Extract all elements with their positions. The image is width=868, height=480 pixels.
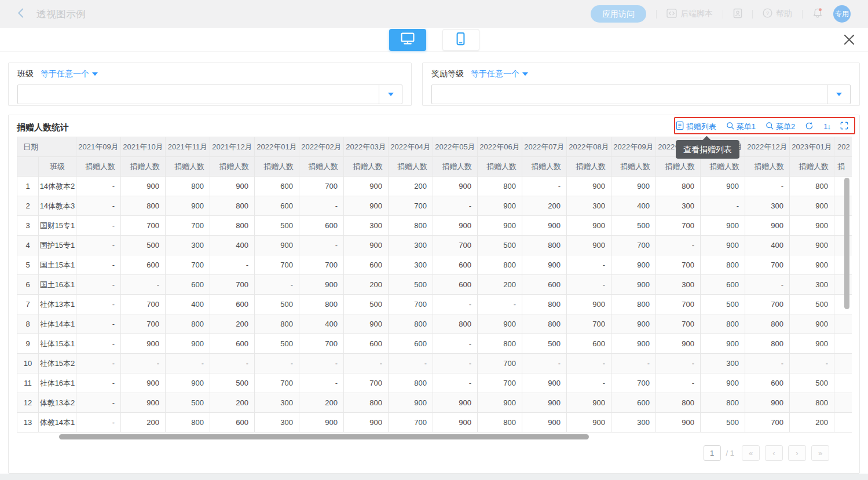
value-cell: 700 (255, 255, 299, 275)
value-cell: 900 (389, 393, 433, 413)
value-cell: - (210, 255, 255, 275)
menu2-button[interactable]: 菜单2 (766, 122, 795, 132)
value-cell: 700 (121, 295, 166, 314)
value-cell: - (522, 354, 567, 373)
value-cell: - (745, 275, 790, 295)
value-cell: 700 (344, 373, 389, 393)
value-cell: - (389, 354, 433, 373)
question-circle-icon: ? (763, 8, 772, 20)
value-cell: 600 (210, 413, 255, 433)
value-cell-partial (834, 373, 852, 393)
value-cell: 700 (745, 255, 790, 275)
value-cell: 900 (745, 393, 790, 413)
value-cell: 900 (121, 177, 166, 196)
value-cell: 800 (389, 216, 433, 236)
fullscreen-button[interactable] (840, 122, 848, 131)
filter-operator-link[interactable]: 等于任意一个 (471, 69, 528, 79)
value-cell: 700 (389, 413, 433, 433)
value-cell: 900 (210, 177, 255, 196)
filter-operator-label: 等于任意一个 (471, 69, 519, 79)
date-header: 日期 (17, 137, 76, 157)
value-cell: 900 (255, 236, 299, 255)
value-cell: 900 (166, 196, 210, 216)
refresh-button[interactable] (805, 122, 814, 132)
page-number-input[interactable] (704, 445, 721, 461)
value-cell: - (76, 196, 121, 216)
value-cell: 900 (478, 216, 522, 236)
value-cell: 600 (255, 177, 299, 196)
value-cell: - (433, 295, 478, 314)
value-cell: 500 (255, 295, 299, 314)
value-cell: 900 (299, 275, 344, 295)
value-cell: 800 (433, 314, 478, 334)
desktop-view-button[interactable] (389, 29, 426, 51)
month-header: 2021年12月 (210, 137, 255, 157)
last-page-button[interactable]: » (811, 445, 829, 461)
reward-level-filter-select[interactable] (431, 85, 851, 104)
value-cell: 900 (166, 334, 210, 354)
notification-bell-button[interactable] (812, 8, 823, 20)
device-toggle-bar (0, 28, 868, 52)
value-cell: 500 (389, 275, 433, 295)
next-page-button[interactable]: › (788, 445, 806, 461)
backend-script-button[interactable]: 后端脚本 (666, 9, 713, 20)
value-cell: 600 (210, 295, 255, 314)
value-cell: - (76, 314, 121, 334)
table-row: 8社体14本1-70080020080040090080080090080070… (17, 314, 852, 334)
filter-operator-link[interactable]: 等于任意一个 (41, 69, 98, 79)
value-cell: 700 (210, 275, 255, 295)
value-cell: 200 (344, 275, 389, 295)
donation-list-button[interactable]: 捐赠列表 (676, 121, 716, 132)
member-script-button[interactable] (733, 8, 742, 20)
row-number: 13 (17, 413, 39, 433)
value-cell: 600 (745, 373, 790, 393)
value-cell: 800 (478, 334, 522, 354)
value-cell: - (567, 354, 611, 373)
value-cell: 500 (478, 236, 522, 255)
tooltip: 查看捐赠列表 (676, 140, 739, 159)
metric-header: 捐赠人数 (166, 157, 210, 177)
table-row: 6国土16本1--600700-900200500600200600-90030… (17, 275, 852, 295)
avatar[interactable]: 专用 (833, 5, 851, 23)
value-cell: - (76, 236, 121, 255)
first-page-button[interactable]: « (742, 445, 760, 461)
metric-header: 捐赠人数 (478, 157, 522, 177)
value-cell: - (478, 295, 522, 314)
close-button[interactable] (843, 34, 855, 48)
value-cell: 500 (121, 236, 166, 255)
horizontal-scrollbar[interactable] (59, 434, 589, 439)
prev-page-button[interactable]: ‹ (765, 445, 783, 461)
pivot-toolbar: 捐赠列表 菜单1 菜单2 1↓ (676, 121, 848, 132)
value-cell: 900 (701, 216, 745, 236)
value-cell: 300 (790, 275, 834, 295)
value-cell: 700 (389, 196, 433, 216)
mobile-view-button[interactable] (442, 29, 479, 51)
value-cell: 500 (166, 393, 210, 413)
value-cell: 800 (166, 177, 210, 196)
value-cell: - (76, 275, 121, 295)
sort-button[interactable]: 1↓ (823, 122, 830, 131)
metric-header: 捐赠人数 (433, 157, 478, 177)
value-cell: 900 (344, 196, 389, 216)
value-cell: 600 (522, 275, 567, 295)
value-cell: 500 (522, 334, 567, 354)
value-cell: 900 (567, 393, 611, 413)
pivot-table: 日期2021年09月2021年10月2021年11月2021年12月2022年0… (17, 137, 852, 433)
menu1-button[interactable]: 菜单1 (726, 122, 756, 132)
value-cell: 700 (433, 236, 478, 255)
vertical-scrollbar[interactable] (844, 178, 849, 309)
metric-header: 捐赠人数 (344, 157, 389, 177)
value-cell: 900 (611, 275, 656, 295)
metric-header: 捐赠人数 (76, 157, 121, 177)
row-number: 10 (17, 354, 39, 373)
back-button[interactable] (17, 8, 24, 20)
value-cell: 800 (656, 177, 701, 196)
value-cell: - (433, 354, 478, 373)
row-number: 8 (17, 314, 39, 334)
filter-card-class: 班级 等于任意一个 (8, 63, 412, 106)
app-access-button[interactable]: 应用访问 (591, 5, 646, 23)
help-button[interactable]: ? 帮助 (763, 8, 792, 20)
value-cell: 900 (567, 216, 611, 236)
class-filter-select[interactable] (17, 85, 402, 104)
class-cell: 社体15本2 (39, 354, 76, 373)
